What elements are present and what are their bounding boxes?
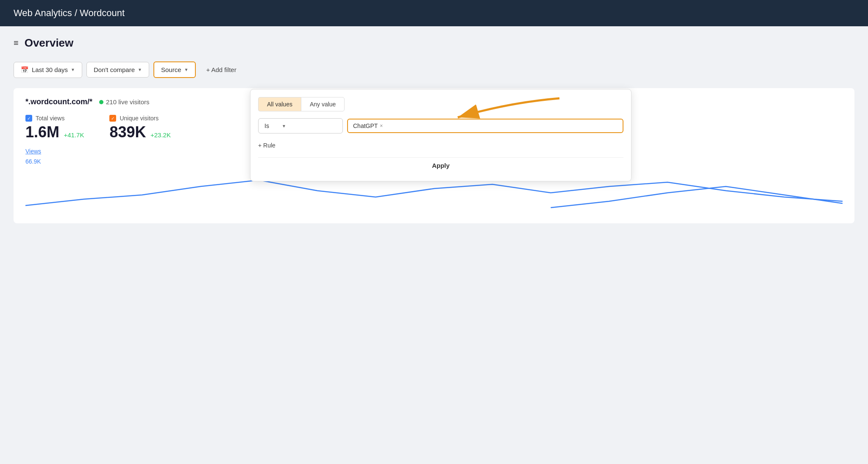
filter-bar: 📅 Last 30 days ▼ Don't compare ▼ Source … bbox=[14, 61, 854, 78]
date-range-caret: ▼ bbox=[71, 67, 75, 72]
value-input-field[interactable]: ChatGPT × bbox=[347, 119, 623, 133]
tag-value: ChatGPT bbox=[353, 122, 378, 129]
date-range-button[interactable]: 📅 Last 30 days ▼ bbox=[14, 62, 82, 78]
tab-any-value[interactable]: Any value bbox=[301, 97, 345, 111]
tab-all-values[interactable]: All values bbox=[258, 97, 301, 111]
total-views-value: 1.6M +41.7K bbox=[25, 123, 84, 141]
add-rule-button[interactable]: + Rule bbox=[258, 139, 275, 151]
overview-header: ≡ Overview bbox=[14, 36, 854, 50]
main-content: ≡ Overview 📅 Last 30 days ▼ Don't compar… bbox=[0, 26, 868, 464]
live-visitors-label: 210 live visitors bbox=[106, 98, 150, 106]
total-views-number: 1.6M bbox=[25, 123, 59, 141]
calendar-icon: 📅 bbox=[21, 66, 29, 74]
condition-caret: ▼ bbox=[282, 124, 286, 128]
source-label: Source bbox=[161, 66, 181, 73]
site-name: *.wordcount.com/* bbox=[25, 97, 92, 106]
total-views-text: Total views bbox=[36, 115, 64, 122]
add-filter-button[interactable]: + Add filter bbox=[200, 62, 242, 77]
compare-caret: ▼ bbox=[138, 67, 142, 72]
source-caret: ▼ bbox=[184, 67, 188, 72]
apply-section: Apply bbox=[258, 157, 623, 173]
metric-unique-visitors: ✓ Unique visitors 839K +23.2K bbox=[109, 115, 170, 141]
unique-visitors-value: 839K +23.2K bbox=[109, 123, 170, 141]
compare-button[interactable]: Don't compare ▼ bbox=[86, 62, 149, 78]
nav-title: Web Analytics / Wordcount bbox=[14, 8, 125, 18]
unique-visitors-delta: +23.2K bbox=[150, 131, 171, 139]
total-views-label: ✓ Total views bbox=[25, 115, 84, 122]
top-nav: Web Analytics / Wordcount bbox=[0, 0, 868, 26]
add-rule-label: + Rule bbox=[258, 142, 275, 149]
condition-label: Is bbox=[264, 122, 269, 129]
compare-label: Don't compare bbox=[94, 66, 135, 73]
chatgpt-tag: ChatGPT × bbox=[353, 122, 383, 129]
dropdown-tabs: All values Any value bbox=[258, 97, 623, 111]
unique-visitors-checkbox[interactable]: ✓ bbox=[109, 115, 116, 122]
live-dot bbox=[99, 100, 103, 104]
hamburger-icon[interactable]: ≡ bbox=[14, 38, 19, 48]
apply-button[interactable]: Apply bbox=[432, 162, 450, 169]
metric-total-views: ✓ Total views 1.6M +41.7K bbox=[25, 115, 84, 141]
source-button[interactable]: Source ▼ bbox=[153, 61, 196, 78]
total-views-checkbox[interactable]: ✓ bbox=[25, 115, 32, 122]
date-range-label: Last 30 days bbox=[32, 66, 68, 73]
unique-visitors-text: Unique visitors bbox=[120, 115, 159, 122]
live-indicator: 210 live visitors bbox=[99, 98, 150, 106]
condition-select[interactable]: Is ▼ bbox=[258, 118, 343, 133]
page-title: Overview bbox=[25, 36, 74, 50]
total-views-delta: +41.7K bbox=[64, 131, 84, 139]
unique-visitors-label: ✓ Unique visitors bbox=[109, 115, 170, 122]
unique-visitors-number: 839K bbox=[109, 123, 146, 141]
add-filter-label: + Add filter bbox=[206, 66, 236, 73]
tab-all-values-label: All values bbox=[267, 101, 292, 108]
source-dropdown-panel: All values Any value Is ▼ ChatGPT × + Ru… bbox=[250, 89, 632, 181]
tab-any-value-label: Any value bbox=[310, 101, 336, 108]
tag-remove-button[interactable]: × bbox=[380, 123, 383, 129]
filter-condition-row: Is ▼ ChatGPT × bbox=[258, 118, 623, 133]
